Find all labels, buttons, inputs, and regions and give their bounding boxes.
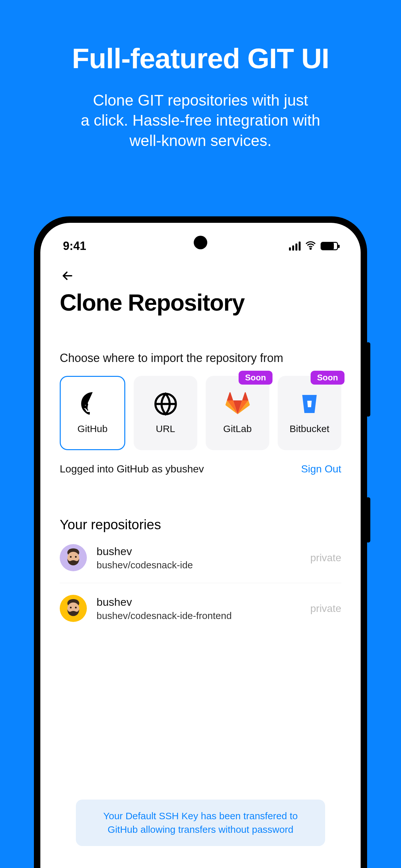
status-time: 9:41 [63, 239, 86, 253]
banner-line: Your Default SSH Key has been transfered… [103, 810, 298, 821]
ssh-info-banner: Your Default SSH Key has been transfered… [76, 800, 325, 846]
wifi-icon [305, 240, 316, 252]
svg-point-0 [310, 248, 311, 249]
avatar [60, 544, 87, 571]
svg-point-4 [70, 556, 72, 558]
page-title: Clone Repository [60, 289, 341, 316]
repo-row[interactable]: bushev bushev/codesnack-ide private [60, 532, 341, 583]
repo-info: bushev bushev/codesnack-ide-frontend [96, 596, 301, 621]
source-label: Bitbucket [289, 423, 329, 434]
source-url[interactable]: URL [134, 376, 197, 450]
avatar [60, 595, 87, 622]
repo-info: bushev bushev/codesnack-ide [96, 545, 301, 570]
battery-icon [320, 242, 338, 250]
promo-subtitle: Clone GIT repositories with just a click… [0, 90, 401, 151]
svg-point-8 [70, 607, 72, 609]
source-label: GitLab [223, 423, 251, 434]
promo-title: Full-featured GIT UI [0, 42, 401, 75]
phone-camera [194, 236, 207, 249]
repo-owner: bushev [96, 596, 301, 609]
phone-screen: 9:41 Clone Repository Choose where to im… [40, 223, 361, 868]
soon-badge: Soon [311, 371, 344, 384]
signal-icon [289, 242, 301, 251]
source-bitbucket[interactable]: Soon Bitbucket [278, 376, 341, 450]
source-label: URL [156, 423, 175, 434]
svg-point-9 [75, 607, 76, 609]
repo-path: bushev/codesnack-ide [96, 560, 301, 570]
bitbucket-icon [297, 392, 322, 416]
repo-row[interactable]: bushev bushev/codesnack-ide-frontend pri… [60, 583, 341, 633]
phone-side-button [366, 342, 370, 416]
promo-subtitle-line: well-known services. [129, 132, 272, 149]
source-github[interactable]: GitHub [60, 376, 125, 450]
repo-path: bushev/codesnack-ide-frontend [96, 610, 301, 621]
choose-source-label: Choose where to import the repository fr… [60, 351, 341, 365]
logged-in-text: Logged into GitHub as ybushev [60, 463, 204, 475]
gitlab-icon [225, 392, 250, 416]
globe-icon [153, 392, 178, 416]
repos-list: bushev bushev/codesnack-ide private bush… [60, 532, 341, 633]
svg-point-5 [75, 556, 76, 558]
soon-badge: Soon [239, 371, 273, 384]
repo-visibility: private [310, 552, 341, 564]
source-gitlab[interactable]: Soon GitLab [206, 376, 269, 450]
source-label: GitHub [78, 423, 107, 434]
github-icon [81, 392, 105, 416]
promo-subtitle-line: Clone GIT repositories with just [93, 92, 308, 109]
back-button[interactable] [60, 268, 75, 283]
repo-owner: bushev [96, 545, 301, 558]
phone-side-button [366, 497, 370, 542]
banner-line: GitHub allowing transfers without passwo… [107, 824, 293, 835]
repos-header: Your repositories [60, 517, 341, 532]
source-options: GitHub URL Soon GitLab Soon [60, 376, 341, 450]
auth-row: Logged into GitHub as ybushev Sign Out [60, 463, 341, 475]
repo-visibility: private [310, 602, 341, 615]
phone-frame: 9:41 Clone Repository Choose where to im… [34, 216, 367, 868]
promo-subtitle-line: a click. Hassle-free integration with [81, 112, 320, 129]
sign-out-link[interactable]: Sign Out [301, 463, 341, 475]
